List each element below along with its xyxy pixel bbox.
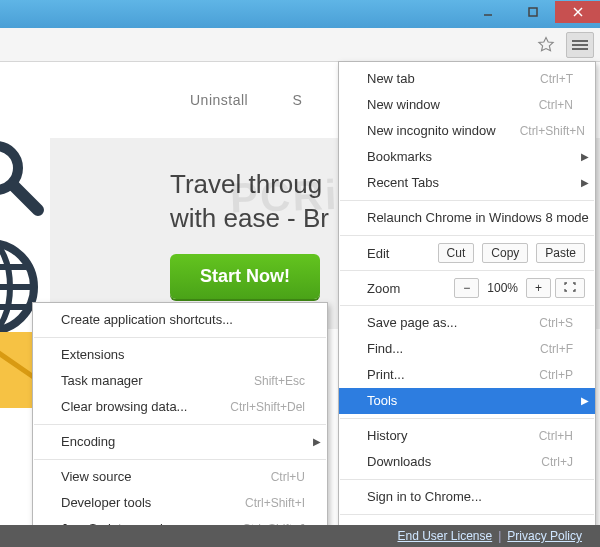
menu-zoom-row: Zoom − 100% + <box>339 275 595 301</box>
window-close-button[interactable] <box>555 1 600 23</box>
svg-rect-4 <box>572 40 588 42</box>
submenu-clear-data[interactable]: Clear browsing data...Ctrl+Shift+Del <box>33 394 327 420</box>
magnifier-icon <box>0 132 50 222</box>
bookmark-star-button[interactable] <box>532 32 560 58</box>
menu-edit-row: Edit Cut Copy Paste <box>339 240 595 266</box>
menu-bookmarks[interactable]: Bookmarks▶ <box>339 144 595 170</box>
menu-save-page[interactable]: Save page as...Ctrl+S <box>339 310 595 336</box>
menu-zoom-label: Zoom <box>367 281 446 296</box>
footer-divider: | <box>498 529 501 543</box>
tools-submenu: Create application shortcuts... Extensio… <box>32 302 328 547</box>
zoom-percent: 100% <box>483 281 522 295</box>
edit-cut-button[interactable]: Cut <box>438 243 475 263</box>
menu-tools[interactable]: Tools▶ <box>339 388 595 414</box>
zoom-out-button[interactable]: − <box>454 278 479 298</box>
menu-separator <box>340 418 594 419</box>
menu-separator <box>340 270 594 271</box>
window-titlebar <box>0 0 600 28</box>
chevron-right-icon: ▶ <box>581 148 589 166</box>
submenu-extensions[interactable]: Extensions <box>33 342 327 368</box>
menu-separator <box>340 235 594 236</box>
footer-eula-link[interactable]: End User License <box>397 529 492 543</box>
nav-s[interactable]: S <box>293 92 303 108</box>
submenu-dev-tools[interactable]: Developer toolsCtrl+Shift+I <box>33 490 327 516</box>
menu-new-window[interactable]: New windowCtrl+N <box>339 92 595 118</box>
window-minimize-button[interactable] <box>465 1 510 23</box>
nav-uninstall[interactable]: Uninstall <box>190 92 248 108</box>
window-maximize-button[interactable] <box>510 1 555 23</box>
menu-find[interactable]: Find...Ctrl+F <box>339 336 595 362</box>
start-now-button[interactable]: Start Now! <box>170 254 320 299</box>
menu-separator <box>340 514 594 515</box>
menu-separator <box>340 305 594 306</box>
menu-print[interactable]: Print...Ctrl+P <box>339 362 595 388</box>
main-menu-button[interactable] <box>566 32 594 58</box>
menu-sign-in[interactable]: Sign in to Chrome... <box>339 484 595 510</box>
menu-relaunch-win8[interactable]: Relaunch Chrome in Windows 8 mode <box>339 205 595 231</box>
menu-separator <box>34 424 326 425</box>
svg-rect-6 <box>572 48 588 50</box>
main-menu: New tabCtrl+T New windowCtrl+N New incog… <box>338 61 596 547</box>
hamburger-icon <box>572 37 588 53</box>
menu-separator <box>34 459 326 460</box>
svg-rect-1 <box>529 8 537 16</box>
menu-new-incognito[interactable]: New incognito windowCtrl+Shift+N <box>339 118 595 144</box>
zoom-in-button[interactable]: + <box>526 278 551 298</box>
menu-edit-label: Edit <box>367 246 430 261</box>
chevron-right-icon: ▶ <box>581 174 589 192</box>
menu-new-tab[interactable]: New tabCtrl+T <box>339 66 595 92</box>
submenu-view-source[interactable]: View sourceCtrl+U <box>33 464 327 490</box>
edit-copy-button[interactable]: Copy <box>482 243 528 263</box>
menu-separator <box>340 200 594 201</box>
fullscreen-icon <box>564 282 576 292</box>
menu-history[interactable]: HistoryCtrl+H <box>339 423 595 449</box>
footer-privacy-link[interactable]: Privacy Policy <box>507 529 582 543</box>
menu-separator <box>34 337 326 338</box>
fullscreen-button[interactable] <box>555 278 585 298</box>
browser-toolbar <box>0 28 600 62</box>
chevron-right-icon: ▶ <box>581 392 589 410</box>
chevron-right-icon: ▶ <box>313 433 321 451</box>
submenu-create-shortcuts[interactable]: Create application shortcuts... <box>33 307 327 333</box>
edit-paste-button[interactable]: Paste <box>536 243 585 263</box>
svg-line-8 <box>14 186 38 210</box>
menu-separator <box>340 479 594 480</box>
submenu-task-manager[interactable]: Task managerShift+Esc <box>33 368 327 394</box>
menu-recent-tabs[interactable]: Recent Tabs▶ <box>339 170 595 196</box>
submenu-encoding[interactable]: Encoding▶ <box>33 429 327 455</box>
svg-rect-5 <box>572 44 588 46</box>
page-footer: End User License | Privacy Policy <box>0 525 600 547</box>
menu-downloads[interactable]: DownloadsCtrl+J <box>339 449 595 475</box>
